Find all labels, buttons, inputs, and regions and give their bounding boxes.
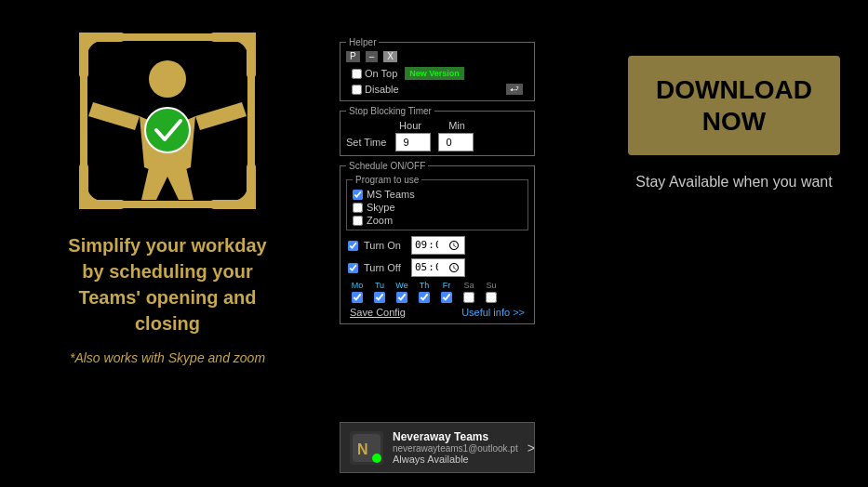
day-th: Th (415, 281, 434, 303)
logo-container (74, 28, 260, 214)
turn-off-checkbox[interactable] (348, 263, 358, 273)
helper-legend: Helper (346, 37, 379, 47)
sa-checkbox[interactable] (463, 292, 474, 303)
schedule-legend: Schedule ON/OFF (346, 161, 428, 171)
svg-text:N: N (357, 441, 368, 457)
timer-row: Set Time (346, 133, 528, 151)
helper-panel: Helper P – X On Top New Version Disable … (340, 37, 535, 101)
ms-teams-item[interactable]: MS Teams (353, 189, 522, 200)
on-top-label[interactable]: On Top (352, 68, 397, 79)
turn-off-time[interactable] (411, 258, 465, 277)
timer-panel: Stop Blocking Timer Hour Min Set Time (340, 106, 535, 156)
disable-checkbox[interactable] (352, 85, 362, 95)
p-button[interactable]: P (346, 51, 360, 62)
day-fr: Fr (437, 281, 456, 303)
th-label: Th (420, 281, 430, 290)
footer-row: Save Config Useful info >> (346, 305, 528, 320)
we-label: We (395, 281, 407, 290)
download-line2: NOW (656, 106, 812, 138)
mo-label: Mo (352, 281, 364, 290)
timer-headers: Hour Min (346, 120, 528, 131)
hour-input[interactable] (395, 133, 431, 151)
turn-on-time[interactable] (411, 236, 465, 255)
minimize-button[interactable]: – (366, 51, 379, 62)
zoom-item[interactable]: Zoom (353, 215, 522, 226)
mo-checkbox[interactable] (352, 292, 363, 303)
save-config-button[interactable]: Save Config (350, 307, 406, 318)
day-mo: Mo (348, 281, 367, 303)
schedule-panel: Schedule ON/OFF Program to use MS Teams … (340, 161, 535, 324)
svg-point-1 (149, 60, 186, 98)
days-row: Mo Tu We Th Fr Sa (346, 279, 528, 305)
disable-label[interactable]: Disable (352, 84, 399, 95)
timer-legend: Stop Blocking Timer (346, 106, 434, 116)
turn-off-label: Turn Off (364, 262, 406, 273)
sa-label: Sa (463, 281, 474, 290)
disable-row: Disable ⮐ (346, 82, 528, 97)
new-version-button[interactable]: New Version (405, 67, 464, 80)
download-button[interactable]: DOWNLOAD NOW (628, 56, 840, 155)
zoom-checkbox[interactable] (353, 216, 363, 226)
svg-point-2 (145, 108, 190, 152)
min-input[interactable] (438, 133, 474, 151)
day-sa: Sa (460, 281, 478, 303)
restore-button[interactable]: ⮐ (506, 84, 523, 95)
program-panel: Program to use MS Teams Skype Zoom (346, 175, 528, 230)
stay-available-text: Stay Available when you want (635, 174, 832, 191)
tagline: Simplify your workday by scheduling your… (68, 232, 266, 336)
we-checkbox[interactable] (396, 292, 407, 303)
fr-checkbox[interactable] (441, 292, 452, 303)
ms-teams-checkbox[interactable] (353, 190, 363, 200)
tu-checkbox[interactable] (374, 292, 385, 303)
day-we: We (393, 281, 411, 303)
online-badge (372, 454, 381, 463)
min-header: Min (439, 120, 474, 131)
set-time-label: Set Time (346, 137, 388, 148)
turn-on-checkbox[interactable] (348, 241, 358, 251)
hour-header: Hour (393, 120, 428, 131)
su-label: Su (486, 281, 496, 290)
turn-off-row: Turn Off (346, 257, 528, 279)
ms-teams-label: MS Teams (367, 189, 415, 200)
middle-section: Helper P – X On Top New Version Disable … (340, 37, 535, 329)
close-button[interactable]: X (383, 51, 397, 62)
useful-info-button[interactable]: Useful info >> (461, 307, 525, 318)
zoom-label: Zoom (367, 215, 393, 226)
skype-item[interactable]: Skype (353, 202, 522, 213)
program-legend: Program to use (353, 175, 421, 185)
program-list: MS Teams Skype Zoom (353, 189, 522, 226)
sub-tagline: *Also works with Skype and zoom (70, 350, 265, 365)
notif-app-name: Neveraway Teams (393, 430, 518, 443)
fr-label: Fr (443, 281, 451, 290)
download-line1: DOWNLOAD (656, 74, 812, 106)
su-checkbox[interactable] (486, 292, 497, 303)
notif-icon-wrap: N (350, 431, 383, 465)
left-section: Simplify your workday by scheduling your… (19, 28, 316, 365)
notif-email: neverawayteams1@outlook.pt (393, 443, 518, 454)
on-top-row: On Top New Version (346, 65, 528, 82)
turn-on-label: Turn On (364, 240, 406, 251)
skype-checkbox[interactable] (353, 203, 363, 213)
day-tu: Tu (370, 281, 389, 303)
skype-label: Skype (367, 202, 395, 213)
turn-on-row: Turn On (346, 234, 528, 257)
notif-status: Always Available (393, 454, 518, 465)
right-section: DOWNLOAD NOW Stay Available when you wan… (628, 56, 840, 191)
tu-label: Tu (375, 281, 384, 290)
notif-content: Neveraway Teams neverawayteams1@outlook.… (393, 430, 518, 465)
app-logo (74, 28, 260, 214)
th-checkbox[interactable] (419, 292, 430, 303)
on-top-checkbox[interactable] (352, 69, 362, 79)
notif-arrow[interactable]: > (527, 441, 535, 455)
day-su: Su (482, 281, 501, 303)
notification-bar[interactable]: N Neveraway Teams neverawayteams1@outloo… (340, 422, 535, 473)
